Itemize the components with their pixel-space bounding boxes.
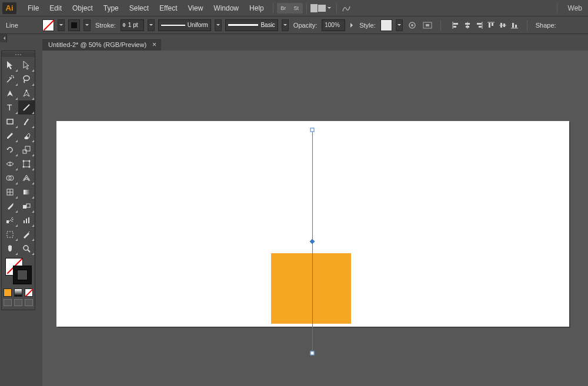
svg-rect-27	[23, 150, 26, 153]
type-tool[interactable]: T	[2, 100, 18, 115]
lasso-tool[interactable]	[18, 72, 35, 86]
opacity-dropdown[interactable]	[349, 22, 355, 28]
svg-point-1	[411, 24, 413, 26]
draw-behind-icon[interactable]	[14, 299, 22, 306]
app-logo: Ai	[2, 2, 16, 14]
svg-rect-9	[466, 26, 469, 28]
eyedropper-tool[interactable]	[2, 199, 18, 213]
menu-help[interactable]: Help	[244, 2, 269, 15]
shape-builder-tool[interactable]	[2, 171, 18, 185]
color-mode-none[interactable]	[25, 288, 33, 297]
stock-button[interactable]: St	[290, 3, 303, 14]
artboard[interactable]	[56, 121, 569, 327]
artboard-tool[interactable]	[2, 227, 18, 241]
blend-tool[interactable]	[18, 199, 35, 213]
stroke-dropdown[interactable]	[83, 19, 91, 31]
svg-line-25	[24, 105, 29, 110]
paintbrush-tool[interactable]	[18, 115, 35, 129]
color-mode-gradient[interactable]	[14, 288, 22, 297]
recolor-artwork-icon[interactable]	[406, 19, 418, 31]
menu-separator	[306, 3, 307, 14]
stroke-profile-select[interactable]: Uniform	[158, 19, 211, 31]
scale-tool[interactable]	[18, 143, 35, 157]
brush-label: Basic	[260, 22, 275, 28]
mesh-tool[interactable]	[2, 185, 18, 199]
arrange-documents-dropdown[interactable]	[326, 2, 333, 14]
menu-select[interactable]: Select	[124, 2, 154, 15]
menu-window[interactable]: Window	[208, 2, 244, 15]
eraser-tool[interactable]	[18, 129, 35, 143]
magic-wand-tool[interactable]	[2, 72, 18, 86]
draw-normal-icon[interactable]	[4, 299, 12, 306]
opacity-value[interactable]: 100%	[322, 19, 345, 31]
stroke-weight-stepper[interactable]: 1 pt	[121, 19, 144, 31]
free-transform-tool[interactable]	[18, 157, 35, 171]
line-endpoint-top-handle[interactable]	[310, 128, 315, 132]
stroke-color-box[interactable]	[14, 266, 31, 284]
orange-rectangle-object[interactable]	[271, 253, 351, 324]
align-right-icon[interactable]	[474, 20, 485, 31]
arrange-documents-button[interactable]	[310, 4, 326, 13]
document-tab-title: Untitled-2* @ 50% (RGB/Preview)	[48, 41, 146, 48]
selection-tool[interactable]	[2, 58, 18, 72]
line-endpoint-bottom-handle[interactable]	[310, 351, 315, 355]
svg-rect-44	[24, 220, 25, 223]
column-graph-tool[interactable]	[18, 213, 35, 227]
zoom-tool[interactable]	[18, 241, 35, 256]
rectangle-tool[interactable]	[2, 115, 18, 129]
align-hcenter-icon[interactable]	[462, 20, 473, 31]
graphic-style-dropdown[interactable]	[396, 19, 403, 31]
color-mode-solid[interactable]	[4, 288, 12, 297]
svg-rect-42	[26, 204, 30, 207]
align-vcenter-icon[interactable]	[497, 20, 508, 31]
stroke-weight-value[interactable]: 1 pt	[127, 22, 143, 28]
brush-dropdown[interactable]	[282, 19, 289, 31]
brush-definition-select[interactable]: Basic	[225, 19, 278, 31]
slice-tool[interactable]	[18, 227, 35, 241]
curvature-tool[interactable]	[18, 86, 35, 100]
workspace-switcher[interactable]: Web	[564, 3, 586, 14]
menu-type[interactable]: Type	[98, 2, 124, 15]
hand-tool[interactable]	[2, 241, 18, 256]
menu-view[interactable]: View	[183, 2, 209, 15]
document-tab[interactable]: Untitled-2* @ 50% (RGB/Preview) ×	[42, 38, 161, 51]
graphic-style-swatch[interactable]	[380, 19, 392, 31]
panel-dock-toggle[interactable]	[0, 34, 7, 42]
perspective-grid-tool[interactable]	[18, 171, 35, 185]
color-mode-row	[2, 288, 35, 297]
menu-edit[interactable]: Edit	[44, 2, 67, 15]
symbol-sprayer-tool[interactable]	[2, 213, 18, 227]
stroke-weight-dropdown[interactable]	[148, 19, 155, 31]
menu-separator	[273, 3, 273, 14]
width-tool[interactable]	[2, 157, 18, 171]
gpu-preview-icon[interactable]	[340, 2, 352, 14]
svg-rect-3	[426, 24, 429, 26]
align-left-icon[interactable]	[450, 20, 461, 31]
menu-object[interactable]: Object	[67, 2, 98, 15]
draw-inside-icon[interactable]	[25, 299, 33, 306]
control-separator	[440, 20, 441, 31]
align-to-artboard-icon[interactable]	[422, 19, 433, 31]
menu-file[interactable]: File	[22, 2, 44, 15]
stroke-profile-dropdown[interactable]	[215, 19, 222, 31]
stroke-swatch[interactable]	[68, 19, 80, 31]
control-bar: Line Stroke: 1 pt Uniform Basic Opacity:…	[0, 16, 588, 34]
pencil-tool[interactable]	[2, 129, 18, 143]
fill-stroke-control[interactable]	[5, 258, 31, 287]
canvas-area[interactable]	[42, 51, 588, 386]
close-tab-icon[interactable]: ×	[152, 41, 156, 48]
direct-selection-tool[interactable]	[18, 58, 35, 72]
fill-swatch[interactable]	[42, 19, 54, 31]
menu-separator	[336, 3, 337, 14]
line-segment-tool[interactable]	[18, 100, 35, 115]
svg-point-23	[26, 90, 28, 92]
gradient-tool[interactable]	[18, 185, 35, 199]
tools-panel-handle[interactable]	[2, 52, 35, 57]
bridge-button[interactable]: Br	[277, 3, 290, 14]
align-top-icon[interactable]	[486, 20, 496, 31]
align-bottom-icon[interactable]	[509, 20, 520, 31]
pen-tool[interactable]	[2, 86, 18, 100]
menu-effect[interactable]: Effect	[154, 2, 182, 15]
rotate-tool[interactable]	[2, 143, 18, 157]
fill-dropdown[interactable]	[58, 19, 65, 31]
